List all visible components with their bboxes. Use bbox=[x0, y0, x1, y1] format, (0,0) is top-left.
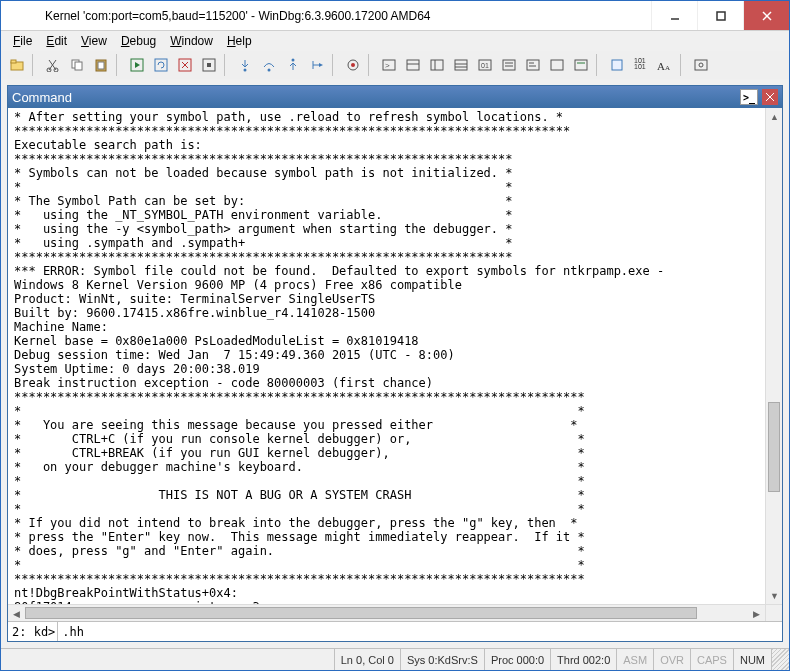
toolbar-break-button[interactable] bbox=[198, 54, 220, 76]
toolbar-stop-button[interactable] bbox=[174, 54, 196, 76]
h-scroll-thumb[interactable] bbox=[25, 607, 697, 619]
toolbar-step-over-button[interactable] bbox=[258, 54, 280, 76]
command-input[interactable] bbox=[58, 622, 782, 641]
options-icon bbox=[694, 58, 708, 72]
toolbar-run-to-cursor-button[interactable] bbox=[306, 54, 328, 76]
toolbar-source-window-button[interactable] bbox=[570, 54, 592, 76]
scroll-down-button[interactable]: ▼ bbox=[766, 587, 782, 604]
status-sys[interactable]: Sys 0:KdSrv:S bbox=[400, 649, 484, 670]
close-icon bbox=[762, 11, 772, 21]
toolbar-command-window-button[interactable]: > bbox=[378, 54, 400, 76]
close-button[interactable] bbox=[743, 1, 789, 30]
memory-window-icon: 01 bbox=[478, 58, 492, 72]
status-lncol: Ln 0, Col 0 bbox=[334, 649, 400, 670]
mdi-area: Command >_ * After setting your symbol p… bbox=[1, 79, 789, 648]
scroll-left-button[interactable]: ◀ bbox=[8, 605, 25, 621]
horizontal-scrollbar[interactable]: ◀ ▶ bbox=[8, 604, 765, 621]
v-scroll-track[interactable] bbox=[766, 125, 782, 587]
maximize-button[interactable] bbox=[697, 1, 743, 30]
command-output-area[interactable]: * After setting your symbol path, use .r… bbox=[8, 108, 782, 621]
scroll-up-button[interactable]: ▲ bbox=[766, 108, 782, 125]
svg-text:A: A bbox=[657, 60, 665, 72]
command-input-row: 2: kd> bbox=[8, 621, 782, 641]
svg-rect-30 bbox=[407, 60, 419, 70]
toolbar-locals-window-button[interactable] bbox=[426, 54, 448, 76]
toolbar-go-button[interactable] bbox=[126, 54, 148, 76]
callstack-window-icon bbox=[502, 58, 516, 72]
svg-rect-46 bbox=[575, 60, 587, 70]
status-asm[interactable]: ASM bbox=[616, 649, 653, 670]
vertical-scrollbar[interactable]: ▲ ▼ bbox=[765, 108, 782, 604]
svg-rect-32 bbox=[431, 60, 443, 70]
toolbar-step-out-button[interactable] bbox=[282, 54, 304, 76]
menubar: File Edit View Debug Window Help bbox=[1, 31, 789, 51]
maximize-icon bbox=[716, 11, 726, 21]
menu-edit[interactable]: Edit bbox=[40, 33, 73, 49]
scratch-window-icon bbox=[550, 58, 564, 72]
svg-rect-53 bbox=[695, 60, 707, 70]
menu-debug[interactable]: Debug bbox=[115, 33, 162, 49]
toolbar-sep-4 bbox=[332, 54, 338, 76]
status-ovr[interactable]: OVR bbox=[653, 649, 690, 670]
svg-rect-45 bbox=[551, 60, 563, 70]
toolbar-cut-button[interactable] bbox=[42, 54, 64, 76]
toolbar-sep-1 bbox=[32, 54, 38, 76]
stop-icon bbox=[178, 58, 192, 72]
command-window-restore-icon[interactable]: >_ bbox=[740, 89, 758, 105]
toolbar-sep-2 bbox=[116, 54, 122, 76]
svg-text:01: 01 bbox=[481, 62, 489, 69]
svg-text:>: > bbox=[385, 61, 390, 70]
toolbar-font-button[interactable]: 101101 bbox=[630, 54, 652, 76]
svg-rect-13 bbox=[98, 62, 104, 69]
sysmenu-area[interactable] bbox=[1, 1, 41, 30]
status-num[interactable]: NUM bbox=[733, 649, 771, 670]
svg-marker-15 bbox=[135, 62, 140, 68]
scroll-right-button[interactable]: ▶ bbox=[748, 605, 765, 621]
toolbar-breakpoint-button[interactable] bbox=[342, 54, 364, 76]
toolbar-sep-6 bbox=[596, 54, 602, 76]
command-window-icon: > bbox=[382, 58, 396, 72]
toolbar-registers-window-button[interactable] bbox=[450, 54, 472, 76]
svg-point-54 bbox=[699, 63, 703, 67]
restart-icon bbox=[154, 58, 168, 72]
status-caps[interactable]: CAPS bbox=[690, 649, 733, 670]
menu-file[interactable]: File bbox=[7, 33, 38, 49]
toolbar-callstack-window-button[interactable] bbox=[498, 54, 520, 76]
status-thrd[interactable]: Thrd 002:0 bbox=[550, 649, 616, 670]
copy-icon bbox=[70, 58, 84, 72]
minimize-button[interactable] bbox=[651, 1, 697, 30]
toolbar-source-mode-button[interactable] bbox=[606, 54, 628, 76]
command-window-title: Command bbox=[12, 90, 736, 105]
h-scroll-track[interactable] bbox=[25, 605, 748, 621]
toolbar: > 01 101101 AA bbox=[1, 51, 789, 79]
paste-icon bbox=[94, 58, 108, 72]
toolbar-open-button[interactable] bbox=[6, 54, 28, 76]
toolbar-options-button[interactable] bbox=[690, 54, 712, 76]
command-window-close-button[interactable] bbox=[762, 89, 778, 105]
source-window-icon bbox=[574, 58, 588, 72]
command-window-titlebar[interactable]: Command >_ bbox=[8, 86, 782, 108]
svg-rect-21 bbox=[207, 63, 211, 67]
toolbar-font-size-button[interactable]: AA bbox=[654, 54, 676, 76]
toolbar-step-into-button[interactable] bbox=[234, 54, 256, 76]
locals-window-icon bbox=[430, 58, 444, 72]
window-buttons bbox=[651, 1, 789, 30]
toolbar-paste-button[interactable] bbox=[90, 54, 112, 76]
command-window-body: * After setting your symbol path, use .r… bbox=[8, 108, 782, 641]
menu-view[interactable]: View bbox=[75, 33, 113, 49]
v-scroll-thumb[interactable] bbox=[768, 402, 780, 492]
toolbar-restart-button[interactable] bbox=[150, 54, 172, 76]
toolbar-scratch-window-button[interactable] bbox=[546, 54, 568, 76]
command-window: Command >_ * After setting your symbol p… bbox=[7, 85, 783, 642]
titlebar[interactable]: Kernel 'com:port=com5,baud=115200' - Win… bbox=[1, 1, 789, 31]
toolbar-copy-button[interactable] bbox=[66, 54, 88, 76]
menu-help[interactable]: Help bbox=[221, 33, 258, 49]
scroll-corner bbox=[765, 604, 782, 621]
toolbar-disasm-window-button[interactable] bbox=[522, 54, 544, 76]
resize-grip[interactable] bbox=[771, 649, 789, 670]
cut-icon bbox=[46, 58, 60, 72]
menu-window[interactable]: Window bbox=[164, 33, 219, 49]
status-proc[interactable]: Proc 000:0 bbox=[484, 649, 550, 670]
toolbar-memory-window-button[interactable]: 01 bbox=[474, 54, 496, 76]
toolbar-watch-window-button[interactable] bbox=[402, 54, 424, 76]
